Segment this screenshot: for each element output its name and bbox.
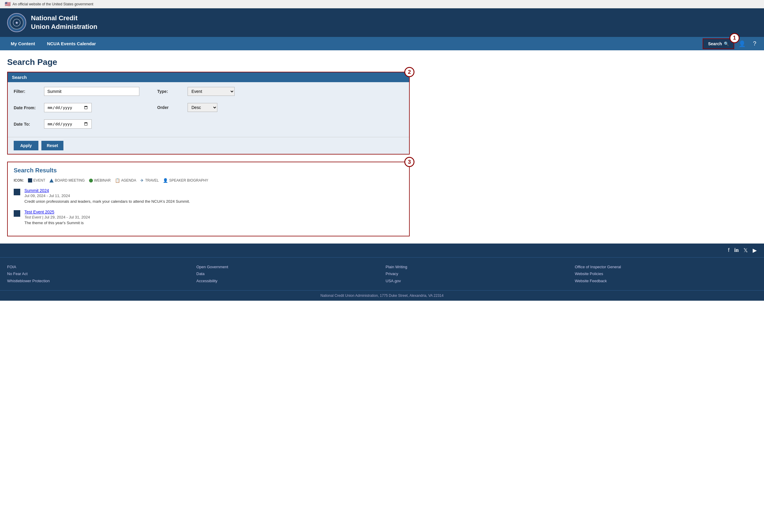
footer-bottom: National Credit Union Administration, 17… bbox=[0, 290, 764, 301]
footer-col-4: Office of Inspector General Website Poli… bbox=[575, 264, 757, 284]
footer-inspector-general[interactable]: Office of Inspector General bbox=[575, 265, 621, 269]
form-row-pair-1: Filter: Date From: Date To: Type: bbox=[14, 87, 403, 132]
search-label: Search bbox=[708, 41, 722, 46]
result-1-icon bbox=[14, 189, 20, 195]
date-to-row: Date To: bbox=[14, 119, 139, 129]
nav-links: My Content NCUA Events Calendar bbox=[5, 37, 102, 50]
footer-whistleblower[interactable]: Whistleblower Protection bbox=[7, 279, 50, 283]
filter-input[interactable] bbox=[44, 87, 139, 96]
date-from-row: Date From: bbox=[14, 103, 139, 112]
apply-button[interactable]: Apply bbox=[14, 141, 38, 150]
result-2-icon bbox=[14, 210, 20, 217]
social-bar: f in 𝕏 ▶ bbox=[0, 244, 764, 257]
search-icon: 🔍 bbox=[724, 41, 729, 46]
footer-plain-writing[interactable]: Plain Writing bbox=[386, 265, 407, 269]
result-1-title: Summit 2024 bbox=[24, 188, 190, 193]
left-col: Filter: Date From: Date To: bbox=[14, 87, 139, 132]
legend-event: EVENT bbox=[28, 178, 45, 183]
nav-bar: My Content NCUA Events Calendar Search 🔍… bbox=[0, 37, 764, 50]
icon-legend: ICON: EVENT BOARD MEETING WEBINAR 📋 AGEN… bbox=[14, 178, 403, 183]
result-2-date: Test Event | Jul 29, 2024 - Jul 31, 2024 bbox=[24, 215, 90, 219]
result-item-test-event-2025: Test Event 2025 Test Event | Jul 29, 202… bbox=[14, 210, 403, 225]
search-form-body: Filter: Date From: Date To: Type: bbox=[8, 82, 409, 137]
facebook-link[interactable]: f bbox=[728, 247, 729, 254]
footer-foia[interactable]: FOIA bbox=[7, 265, 16, 269]
footer-no-fear-act[interactable]: No Fear Act bbox=[7, 271, 28, 276]
order-row: Order Desc Asc bbox=[157, 103, 235, 112]
type-row: Type: Event All Board Meeting Webinar Ag… bbox=[157, 87, 235, 96]
legend-speaker: 👤 SPEAKER BIOGRAPHY bbox=[163, 178, 208, 183]
result-item-summit-2024: Summit 2024 Jul 09, 2024 - Jul 11, 2024 … bbox=[14, 188, 403, 204]
result-2-subtitle: Test Event bbox=[24, 215, 41, 219]
results-title: Search Results bbox=[14, 167, 403, 174]
agenda-icon: 📋 bbox=[115, 178, 120, 183]
footer-links: FOIA No Fear Act Whistleblower Protectio… bbox=[0, 257, 764, 290]
date-from-input[interactable] bbox=[44, 103, 92, 112]
footer-open-gov[interactable]: Open Government bbox=[197, 265, 228, 269]
nav-my-content[interactable]: My Content bbox=[5, 37, 41, 50]
gov-bar-text: An official website of the United States… bbox=[13, 2, 93, 6]
footer-privacy[interactable]: Privacy bbox=[386, 271, 398, 276]
legend-agenda-label: AGENDA bbox=[121, 178, 136, 183]
footer-col-1: FOIA No Fear Act Whistleblower Protectio… bbox=[7, 264, 189, 284]
gov-bar: 🇺🇸 An official website of the United Sta… bbox=[0, 0, 764, 8]
help-icon-button[interactable]: ? bbox=[750, 38, 759, 50]
flag-icon: 🇺🇸 bbox=[5, 1, 11, 7]
order-select[interactable]: Desc Asc bbox=[188, 103, 217, 112]
youtube-link[interactable]: ▶ bbox=[753, 247, 757, 254]
legend-travel-label: TRAVEL bbox=[145, 178, 159, 183]
result-2-date-value: Jul 29, 2024 - Jul 31, 2024 bbox=[44, 215, 90, 219]
legend-prefix-label: ICON: bbox=[14, 178, 24, 183]
logo-icon: ★ bbox=[7, 13, 26, 32]
nav-right: Search 🔍 1 👤 ? bbox=[703, 38, 759, 50]
footer-col-3: Plain Writing Privacy USA.gov bbox=[386, 264, 568, 284]
legend-travel: ✈ TRAVEL bbox=[140, 178, 159, 183]
result-2-link[interactable]: Test Event 2025 bbox=[24, 210, 54, 214]
legend-webinar: WEBINAR bbox=[89, 178, 111, 183]
svg-text:★: ★ bbox=[15, 20, 19, 25]
legend-board-meeting: BOARD MEETING bbox=[50, 178, 85, 183]
search-section-header: Search bbox=[8, 72, 409, 82]
legend-webinar-label: WEBINAR bbox=[94, 178, 111, 183]
annotation-3: 3 bbox=[404, 157, 415, 167]
travel-icon: ✈ bbox=[140, 178, 144, 183]
site-header: ★ National Credit Union Administration bbox=[0, 8, 764, 37]
twitter-link[interactable]: 𝕏 bbox=[743, 247, 748, 254]
search-button[interactable]: Search 🔍 bbox=[703, 38, 734, 49]
search-section: Search Filter: Date From: Date To: bbox=[7, 72, 410, 154]
type-label: Type: bbox=[157, 89, 184, 94]
footer-website-policies[interactable]: Website Policies bbox=[575, 271, 603, 276]
org-name: National Credit Union Administration bbox=[31, 14, 97, 31]
right-col: Type: Event All Board Meeting Webinar Ag… bbox=[157, 87, 235, 115]
reset-button[interactable]: Reset bbox=[41, 141, 64, 150]
main-content: Search Page Search Filter: Date From: Da… bbox=[0, 50, 417, 244]
event-icon bbox=[28, 178, 32, 183]
footer-col-2: Open Government Data Accessibility bbox=[197, 264, 379, 284]
footer-usa-gov[interactable]: USA.gov bbox=[386, 279, 401, 283]
date-from-label: Date From: bbox=[14, 105, 41, 110]
legend-board-label: BOARD MEETING bbox=[55, 178, 85, 183]
legend-event-label: EVENT bbox=[33, 178, 45, 183]
result-2-body: Test Event 2025 Test Event | Jul 29, 202… bbox=[24, 210, 90, 225]
type-select[interactable]: Event All Board Meeting Webinar Agenda T… bbox=[188, 87, 235, 96]
footer-data[interactable]: Data bbox=[197, 271, 205, 276]
webinar-icon bbox=[89, 179, 93, 183]
result-1-link[interactable]: Summit 2024 bbox=[24, 188, 49, 193]
date-to-input[interactable] bbox=[44, 119, 92, 129]
filter-label: Filter: bbox=[14, 89, 41, 94]
results-section: Search Results ICON: EVENT BOARD MEETING… bbox=[7, 162, 410, 236]
result-2-desc: The theme of this year's Summit is bbox=[24, 221, 90, 225]
page-title: Search Page bbox=[7, 58, 410, 67]
nav-events-calendar[interactable]: NCUA Events Calendar bbox=[41, 37, 102, 50]
result-1-date: Jul 09, 2024 - Jul 11, 2024 bbox=[24, 194, 190, 198]
linkedin-link[interactable]: in bbox=[734, 247, 739, 254]
footer-website-feedback[interactable]: Website Feedback bbox=[575, 279, 607, 283]
footer-accessibility[interactable]: Accessibility bbox=[197, 279, 218, 283]
result-1-body: Summit 2024 Jul 09, 2024 - Jul 11, 2024 … bbox=[24, 188, 190, 204]
search-buttons: Apply Reset bbox=[8, 137, 409, 154]
result-2-date-separator: | bbox=[42, 215, 44, 219]
result-2-title: Test Event 2025 bbox=[24, 210, 90, 214]
annotation-1: 1 bbox=[729, 33, 740, 43]
footer-address: National Credit Union Administration, 17… bbox=[320, 293, 443, 298]
legend-agenda: 📋 AGENDA bbox=[115, 178, 136, 183]
